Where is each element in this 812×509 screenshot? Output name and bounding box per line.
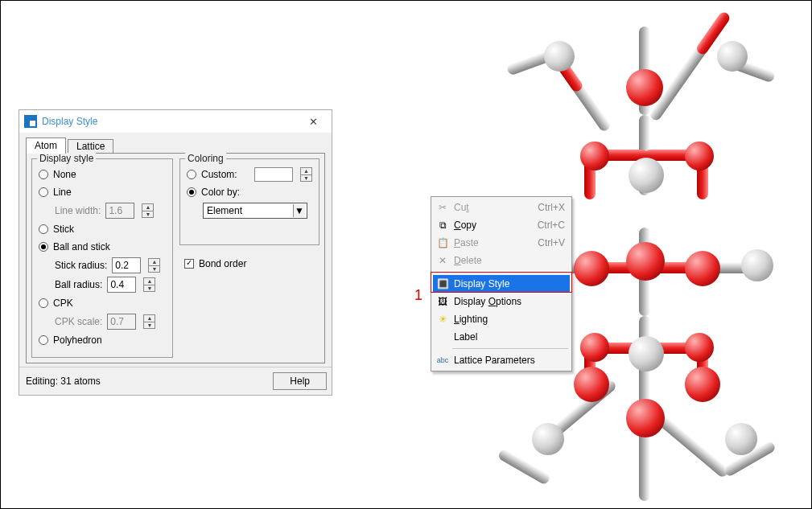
tab-panel-atom: Display style None Line Line width: ▲▼ bbox=[26, 153, 325, 363]
menu-copy-shortcut: Ctrl+C bbox=[538, 220, 565, 231]
checkbox-bond-order-label: Bond order bbox=[199, 258, 246, 269]
atom-grey bbox=[629, 158, 664, 193]
display-options-icon: 🖼 bbox=[436, 295, 449, 308]
radio-stick[interactable] bbox=[39, 224, 48, 234]
menu-paste-label: Paste bbox=[454, 237, 479, 248]
close-button[interactable]: ✕ bbox=[299, 113, 327, 130]
radio-ball-and-stick[interactable] bbox=[39, 242, 48, 252]
menu-delete-label: Delete bbox=[454, 255, 482, 266]
menu-label[interactable]: Label bbox=[433, 328, 570, 346]
menu-delete: ✕ Delete bbox=[433, 252, 570, 269]
display-style-icon: 🔳 bbox=[436, 277, 449, 290]
context-menu: ✂ Cut Ctrl+X ⧉ Copy Ctrl+C 📋 Paste Ctrl+… bbox=[431, 196, 572, 371]
menu-cut-label: Cut bbox=[454, 202, 469, 213]
dropdown-arrow-icon: ▼ bbox=[293, 204, 305, 217]
atom-grey bbox=[717, 41, 748, 72]
label-icon bbox=[436, 330, 449, 343]
menu-copy[interactable]: ⧉ Copy Ctrl+C bbox=[433, 216, 570, 234]
cpkscale-label: CPK scale: bbox=[55, 316, 102, 327]
atom-grey bbox=[725, 423, 757, 455]
ballradius-input[interactable] bbox=[108, 277, 135, 292]
radio-stick-label: Stick bbox=[53, 224, 74, 235]
atom-red bbox=[685, 142, 714, 170]
copy-icon: ⧉ bbox=[436, 219, 449, 232]
linewidth-field bbox=[105, 203, 134, 219]
ballradius-spin[interactable]: ▲▼ bbox=[143, 277, 155, 292]
atom-red bbox=[685, 251, 720, 286]
titlebar[interactable]: Display Style ✕ bbox=[19, 110, 332, 133]
group-coloring: Coloring Custom: ▲▼ Color by: bbox=[179, 158, 319, 245]
tab-lattice-label: Lattice bbox=[76, 141, 105, 152]
radio-none-label: None bbox=[53, 169, 76, 180]
help-button-label: Help bbox=[290, 376, 310, 387]
menu-paste-shortcut: Ctrl+V bbox=[538, 237, 565, 248]
cpkscale-spin: ▲▼ bbox=[143, 314, 155, 329]
radio-color-by-label: Color by: bbox=[201, 187, 240, 198]
atom-red bbox=[626, 399, 665, 437]
ballradius-label: Ball radius: bbox=[55, 279, 102, 290]
atom-red bbox=[574, 251, 609, 286]
radio-color-by[interactable] bbox=[187, 187, 196, 197]
radio-custom-label: Custom: bbox=[201, 169, 237, 180]
stickradius-spin[interactable]: ▲▼ bbox=[148, 258, 160, 273]
radio-polyhedron-label: Polyhedron bbox=[53, 335, 102, 346]
color-by-select[interactable]: Element ▼ bbox=[203, 203, 307, 219]
lighting-icon: ☀ bbox=[436, 313, 449, 326]
menu-copy-label: Copy bbox=[454, 220, 476, 231]
atom-red bbox=[580, 333, 609, 362]
radio-line-label: Line bbox=[53, 187, 72, 198]
menu-display-style[interactable]: 🔳 Display Style bbox=[433, 275, 570, 293]
cut-icon: ✂ bbox=[436, 201, 449, 214]
menu-separator bbox=[452, 348, 568, 349]
stickradius-input[interactable] bbox=[113, 258, 140, 273]
radio-polyhedron[interactable] bbox=[39, 335, 48, 345]
delete-icon: ✕ bbox=[436, 254, 449, 267]
menu-display-style-label: Display Style bbox=[454, 278, 565, 289]
menu-display-options-label: Display Options bbox=[454, 296, 521, 307]
menu-display-options[interactable]: 🖼 Display Options bbox=[433, 293, 570, 310]
help-button[interactable]: Help bbox=[273, 372, 327, 390]
radio-none[interactable] bbox=[39, 170, 48, 179]
window-title: Display Style bbox=[42, 116, 299, 127]
cpkscale-input bbox=[108, 314, 135, 329]
group-display-style: Display style None Line Line width: ▲▼ bbox=[31, 158, 173, 358]
atom-grey bbox=[741, 249, 773, 281]
group-coloring-legend: Coloring bbox=[185, 153, 226, 164]
atom-grey bbox=[544, 41, 575, 72]
atom-grey bbox=[532, 423, 564, 455]
custom-color-spin[interactable]: ▲▼ bbox=[300, 167, 312, 182]
atom-red bbox=[574, 367, 609, 402]
atom-red bbox=[626, 69, 663, 106]
atom-red bbox=[626, 242, 665, 281]
menu-cut-shortcut: Ctrl+X bbox=[538, 202, 565, 213]
linewidth-spin: ▲▼ bbox=[142, 203, 154, 218]
app-icon bbox=[24, 115, 37, 128]
linewidth-input bbox=[106, 203, 134, 218]
checkbox-bond-order[interactable] bbox=[184, 259, 194, 269]
atom-grey bbox=[629, 336, 664, 371]
radio-cpk-label: CPK bbox=[53, 298, 73, 309]
radio-custom-color[interactable] bbox=[187, 170, 196, 179]
custom-color-swatch[interactable] bbox=[254, 167, 293, 182]
stickradius-field[interactable] bbox=[112, 257, 141, 273]
menu-lattice-parameters[interactable]: abc Lattice Parameters bbox=[433, 351, 570, 369]
menu-lighting-label: Lighting bbox=[454, 314, 488, 325]
status-text: Editing: 31 atoms bbox=[26, 376, 101, 387]
atom-red bbox=[685, 367, 720, 402]
menu-lattice-parameters-label: Lattice Parameters bbox=[454, 355, 565, 366]
ballradius-field[interactable] bbox=[107, 277, 136, 293]
display-style-dialog: Display Style ✕ Atom Lattice Display sty… bbox=[19, 109, 332, 396]
tab-atom[interactable]: Atom bbox=[26, 138, 66, 154]
paste-icon: 📋 bbox=[436, 236, 449, 249]
lattice-icon: abc bbox=[436, 354, 449, 367]
color-by-value: Element bbox=[207, 205, 242, 216]
linewidth-label: Line width: bbox=[55, 205, 101, 216]
radio-cpk[interactable] bbox=[39, 298, 48, 308]
menu-cut: ✂ Cut Ctrl+X bbox=[433, 199, 570, 216]
radio-line[interactable] bbox=[39, 187, 48, 197]
menu-separator bbox=[452, 272, 568, 273]
menu-label-label: Label bbox=[454, 331, 565, 343]
menu-lighting[interactable]: ☀ Lighting bbox=[433, 310, 570, 328]
radio-ball-and-stick-label: Ball and stick bbox=[53, 241, 110, 252]
menu-paste: 📋 Paste Ctrl+V bbox=[433, 234, 570, 252]
